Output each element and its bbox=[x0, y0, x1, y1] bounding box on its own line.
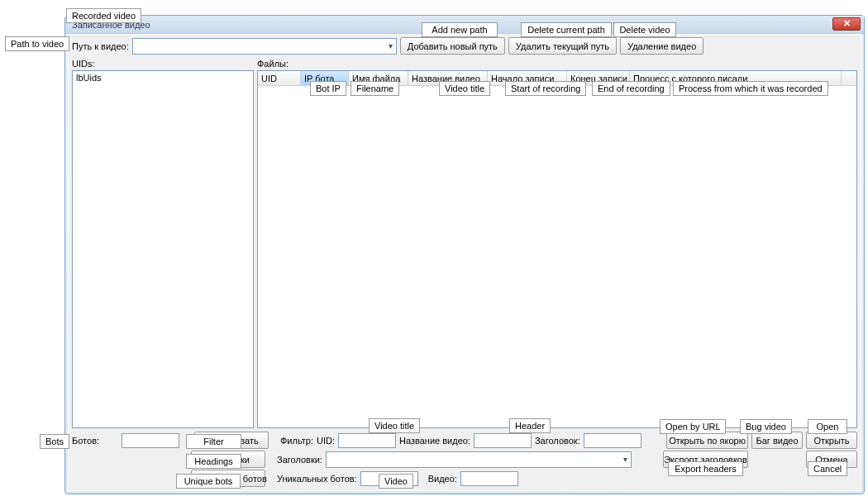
path-label-en: Path to video bbox=[5, 36, 69, 51]
delete-video-button[interactable]: Удаление видео bbox=[620, 37, 703, 55]
tab-label-en: Recorded video bbox=[66, 8, 141, 23]
files-label: Файлы: bbox=[257, 57, 857, 70]
unique-en-tip: Unique bots bbox=[176, 474, 241, 489]
open-url-en-tip: Open by URL bbox=[660, 419, 726, 434]
proc-en-tip: Process from which it was recorded bbox=[673, 81, 828, 96]
vtitle-filter-field[interactable] bbox=[474, 433, 532, 448]
add-path-button[interactable]: Добавить новый путь bbox=[400, 37, 505, 55]
vtitle-lbl-en-tip: Video title bbox=[369, 418, 420, 433]
close-button[interactable]: ✕ bbox=[832, 17, 861, 31]
bots-count-field[interactable] bbox=[122, 433, 179, 448]
headings-combo[interactable] bbox=[326, 451, 632, 468]
export-en-tip: Export headers bbox=[668, 461, 743, 476]
uids-label: UIDs: bbox=[72, 57, 254, 70]
files-grid[interactable]: UID IP бота Имя файла Название видео Нач… bbox=[257, 70, 857, 428]
col-scroll-corner bbox=[842, 71, 856, 86]
uids-item[interactable]: lbUids bbox=[76, 73, 250, 83]
video-count-label: Видео: bbox=[428, 474, 457, 484]
unique-bots-label: Уникальных ботов: bbox=[277, 474, 357, 484]
video-path-combo[interactable] bbox=[132, 38, 397, 55]
del-vid-en-tip: Delete video bbox=[613, 22, 676, 37]
cancel-en-tip: Cancel bbox=[808, 461, 847, 476]
headings-en-tip: Headings bbox=[186, 454, 241, 469]
bug-en-tip: Bug video bbox=[740, 419, 792, 434]
open-by-url-button[interactable]: Открыть по якорю bbox=[666, 432, 748, 449]
open-en-tip: Open bbox=[808, 419, 847, 434]
header-lbl-en-tip: Header bbox=[509, 418, 551, 433]
bots-label-en: Bots bbox=[40, 434, 69, 449]
vtitle-filter-label: Название видео: bbox=[399, 436, 470, 446]
header-filter-field[interactable] bbox=[584, 433, 641, 448]
start-en-tip: Start of recording bbox=[505, 81, 586, 96]
bug-video-button[interactable]: Баг видео bbox=[751, 432, 803, 449]
uid-filter-label: UID: bbox=[317, 436, 335, 446]
filter-label: Фильтр: bbox=[280, 436, 313, 446]
end-en-tip: End of recording bbox=[592, 81, 670, 96]
col-uid[interactable]: UID bbox=[258, 71, 301, 86]
path-label: Путь к видео: bbox=[72, 41, 129, 51]
ip-en-tip: Bot IP bbox=[310, 81, 346, 96]
open-button[interactable]: Открыть bbox=[806, 432, 857, 449]
split-row: UIDs: lbUids Файлы: UID IP бота Имя файл… bbox=[69, 57, 861, 428]
header-filter-label: Заголовок: bbox=[535, 436, 580, 446]
filter-en-tip: Filter bbox=[186, 434, 241, 449]
vtitle-en-tip: Video title bbox=[439, 81, 490, 96]
uids-column: UIDs: lbUids bbox=[72, 57, 254, 428]
files-column: Файлы: UID IP бота Имя файла Название ви… bbox=[257, 57, 857, 428]
delete-current-path-button[interactable]: Удалить текущий путь bbox=[508, 37, 617, 55]
del-cur-en-tip: Delete current path bbox=[521, 22, 612, 37]
top-toolbar: Путь к видео: Добавить новый путь Удалит… bbox=[69, 35, 861, 57]
bots-count-label: Ботов: bbox=[72, 436, 118, 446]
headings-label: Заголовки: bbox=[277, 455, 322, 465]
add-path-en-tip: Add new path bbox=[422, 22, 498, 37]
uid-filter-field[interactable] bbox=[338, 433, 396, 448]
video-count-field[interactable] bbox=[460, 471, 518, 486]
uids-listbox[interactable]: lbUids bbox=[72, 70, 254, 428]
video-en-tip: Video bbox=[379, 474, 413, 489]
fname-en-tip: Filename bbox=[351, 81, 399, 96]
